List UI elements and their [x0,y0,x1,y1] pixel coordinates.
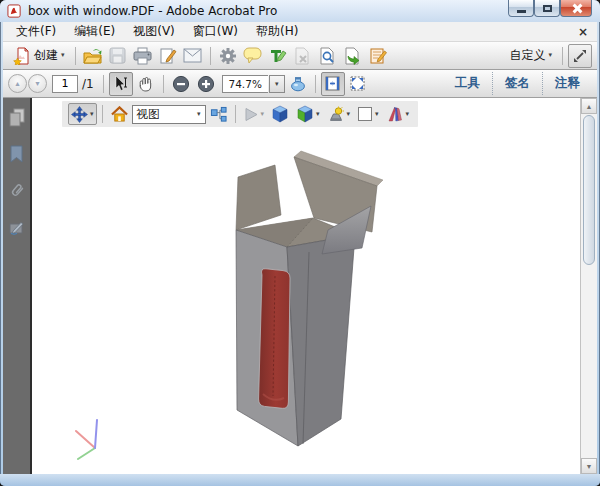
scrollbar-thumb[interactable] [583,115,595,265]
toolbar-separator [562,47,563,65]
render-cube-button[interactable] [268,103,292,125]
render-mode-dropdown-icon: ▾ [316,111,320,118]
lighting-button[interactable]: ▾ [324,103,354,125]
page-next-button[interactable]: ▼ [28,74,47,93]
toolbar-separator [102,105,103,123]
zoom-in-button[interactable] [194,72,218,96]
scroll-down-button[interactable]: ▼ [581,458,597,474]
select-tool-button[interactable] [109,72,133,96]
home-view-button[interactable] [108,103,131,125]
acrobat-app-icon [7,4,22,19]
attachments-button[interactable] [5,180,29,202]
window-title: box with window.PDF - Adobe Acrobat Pro [28,4,277,18]
cross-section-dropdown-icon: ▾ [406,111,410,118]
page-previous-button[interactable]: ▲ [8,74,27,93]
toolbar-separator [103,75,104,93]
forms-edit-button[interactable] [366,44,390,68]
menu-file[interactable]: 文件(F) [7,21,65,42]
pdf-page-canvas[interactable]: ▾ 视图 ▾ [32,98,580,474]
zoom-out-button[interactable] [169,72,193,96]
bookmarks-button[interactable] [5,143,29,165]
sign-pane-button[interactable]: 签名 [492,72,542,95]
axis-x [76,431,95,448]
menu-view[interactable]: 视图(V) [124,21,184,42]
tools-pane-button[interactable]: 工具 [443,72,492,95]
maximize-button[interactable] [534,0,560,17]
highlight-button[interactable] [266,44,290,68]
zoom-out-icon [172,75,190,93]
rotate-tool-button[interactable]: ▾ [68,103,97,125]
page-thumbnails-button[interactable] [5,106,29,128]
task-panes: 工具 签名 注释 [443,72,592,95]
menu-edit[interactable]: 编辑(E) [65,21,124,42]
edit-pdf-icon [159,47,177,65]
box-right-face [287,235,355,446]
maximize-icon [543,5,552,12]
fit-width-button[interactable] [321,72,345,96]
hand-tool-button[interactable] [134,72,158,96]
expand-icon [573,49,587,63]
menu-bar: 文件(F) 编辑(E) 视图(V) 窗口(W) 帮助(H) × [3,22,597,42]
close-icon [571,3,582,14]
view-select-dropdown-icon: ▾ [197,111,201,118]
toolbar-separator [163,75,164,93]
highlight-text-icon [269,47,287,65]
fit-page-button[interactable] [346,72,370,96]
menubar-close-icon[interactable]: × [578,25,593,39]
scroll-up-button[interactable]: ▲ [581,98,597,114]
navigation-panel [3,98,32,474]
model-tree-button[interactable] [207,103,230,125]
comment-pane-button[interactable]: 注释 [542,72,592,95]
page-total-label: /1 [82,77,94,91]
cross-section-icon [386,106,404,123]
axis-triad [76,420,97,459]
save-file-button[interactable] [106,44,130,68]
bookmarks-icon [9,145,24,163]
signatures-button[interactable] [5,217,29,239]
email-icon [183,48,202,63]
menu-window[interactable]: 窗口(W) [184,21,247,42]
model-tree-icon [210,106,227,123]
create-pdf-button[interactable]: 创建 ▾ [8,44,70,68]
doc-export-button[interactable] [341,44,365,68]
settings-button[interactable] [216,44,240,68]
minimize-button[interactable] [508,0,534,17]
print-button[interactable] [131,44,155,68]
menu-help[interactable]: 帮助(H) [247,21,307,42]
view-select-value: 视图 [137,107,195,122]
forms-edit-icon [369,47,387,65]
vertical-scrollbar[interactable]: ▲ ▼ [580,98,597,474]
rotate-tool-icon [71,106,88,123]
document-area: ▾ 视图 ▾ [3,98,597,474]
save-file-icon [109,47,126,64]
customize-button[interactable]: 自定义 ▾ [504,44,557,68]
doc-export-icon [344,47,361,65]
expand-toolbar-button[interactable] [568,44,592,68]
view-select[interactable]: 视图 ▾ [132,105,206,124]
3d-toolbar: ▾ 视图 ▾ [62,101,418,127]
open-file-button[interactable] [81,44,105,68]
doc-delete-button[interactable] [291,44,315,68]
box-3d-model[interactable] [32,98,580,474]
edit-pdf-button[interactable] [156,44,180,68]
toolbar-separator [235,105,236,123]
cross-section-button[interactable]: ▾ [383,103,413,125]
email-button[interactable] [181,44,205,68]
comment-bubble-icon [243,47,262,64]
zoom-dropdown-icon: ▾ [275,80,279,87]
background-color-button[interactable]: ▾ [354,103,382,125]
zoom-dropdown-button[interactable]: ▾ [269,75,285,93]
rotate-dropdown-icon: ▾ [90,111,94,118]
print-icon [133,47,152,65]
close-button[interactable] [560,0,592,17]
zoom-level-value[interactable]: 74.7% [222,75,268,93]
comment-button[interactable] [241,44,265,68]
page-number-input[interactable] [52,75,78,93]
ink-bottle-button[interactable] [286,72,310,96]
open-file-icon [83,47,102,65]
lamp-icon [327,106,345,123]
axis-y [78,448,95,459]
doc-search-button[interactable] [316,44,340,68]
play-animation-button[interactable]: ▾ [241,103,268,125]
render-mode-button[interactable]: ▾ [293,103,323,125]
